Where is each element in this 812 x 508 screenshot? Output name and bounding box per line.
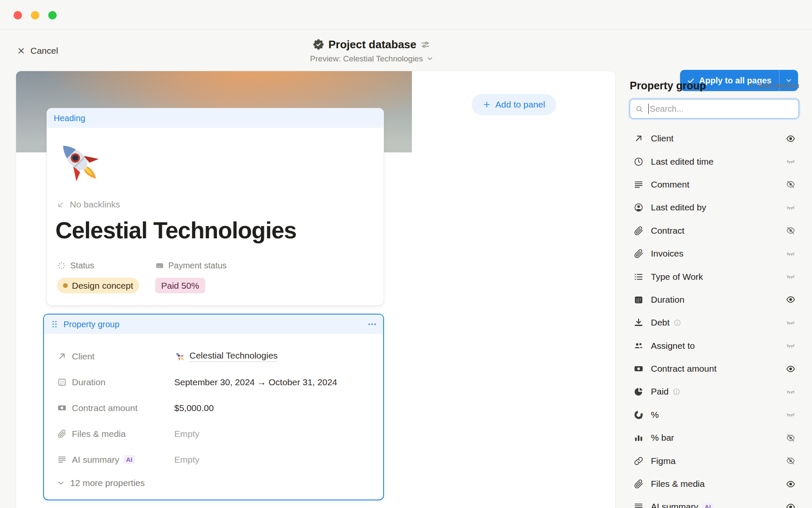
- list-icon: [634, 272, 644, 282]
- property-name: Client: [651, 133, 674, 144]
- property-name: Last edited time: [651, 157, 713, 167]
- property-row[interactable]: Files & mediaEmpty: [44, 421, 383, 447]
- page-title: Project database: [328, 38, 416, 51]
- sidebar-item-comment[interactable]: Comment: [630, 173, 799, 196]
- property-row[interactable]: Contract amount$5,000.00: [44, 395, 383, 421]
- sidebar-item-debt[interactable]: Debt: [630, 311, 799, 334]
- editor-header: Cancel Project database Preview: Celesti…: [0, 30, 812, 71]
- eye-closed-icon[interactable]: [784, 318, 797, 328]
- cancel-button[interactable]: Cancel: [17, 46, 58, 56]
- clip-icon: [634, 479, 644, 489]
- eye-closed-icon[interactable]: [784, 249, 797, 259]
- pie-icon: [634, 387, 644, 397]
- property-name: AI summary: [651, 502, 698, 508]
- preview-selector[interactable]: Preview: Celestial Technologies: [310, 54, 433, 64]
- rocket-emoji-icon: [174, 351, 185, 362]
- property-name: Figma: [651, 456, 675, 466]
- property-name: %: [651, 410, 659, 420]
- more-properties-toggle[interactable]: 12 more properties: [57, 472, 145, 494]
- eye-slash-icon[interactable]: [784, 179, 797, 189]
- preview-label: Preview: Celestial Technologies: [310, 54, 423, 64]
- plus-icon: [747, 82, 754, 89]
- eye-icon[interactable]: [784, 364, 797, 374]
- sidebar-item-contract[interactable]: Contract: [630, 219, 799, 242]
- zoom-window-button[interactable]: [48, 11, 57, 19]
- drag-handle-icon[interactable]: [50, 320, 59, 329]
- clip-icon: [634, 248, 644, 259]
- sidebar-item-assignet-to[interactable]: Assignet to: [630, 334, 799, 357]
- payment-status-pill[interactable]: Paid 50%: [155, 278, 205, 293]
- sidebar-item-bar[interactable]: % bar: [630, 426, 799, 449]
- arrow-ne-icon: [57, 351, 67, 361]
- property-name: Paid: [651, 387, 669, 397]
- search-input[interactable]: [650, 104, 793, 114]
- sliders-icon[interactable]: [421, 40, 431, 50]
- eye-slash-icon[interactable]: [784, 226, 797, 235]
- verified-badge-icon: [313, 39, 324, 50]
- sidebar-item-last-edited-time[interactable]: Last edited time: [630, 150, 799, 173]
- property-name: Type of Work: [651, 272, 703, 282]
- link-icon: [634, 456, 644, 466]
- sidebar-item-ai-summary[interactable]: AI summaryAI: [630, 495, 799, 508]
- eye-slash-icon[interactable]: [784, 456, 797, 466]
- status-pill[interactable]: Design concept: [57, 278, 139, 293]
- eye-icon[interactable]: [784, 502, 797, 508]
- eye-icon[interactable]: [784, 134, 797, 144]
- bars-icon: [634, 433, 644, 443]
- property-name: Files & media: [651, 479, 705, 489]
- property-row[interactable]: ClientCelestial Technologies: [44, 343, 383, 369]
- property-name: % bar: [651, 433, 674, 443]
- property-name: Duration: [651, 295, 684, 305]
- add-to-panel-button[interactable]: Add to panel: [472, 94, 556, 115]
- cal-o-icon: [57, 377, 67, 387]
- property-value: $5,000.00: [174, 403, 214, 413]
- property-search-box[interactable]: [630, 99, 799, 119]
- arrow-ne-icon: [634, 133, 644, 144]
- sidebar-item-figma[interactable]: Figma: [630, 449, 799, 472]
- property-value: September 30, 2024 → October 31, 2024: [174, 377, 337, 387]
- add-section-button[interactable]: Add section: [747, 81, 799, 90]
- backlinks-label: No backlinks: [70, 199, 120, 210]
- property-name: Contract amount: [651, 364, 716, 374]
- client-page-link[interactable]: Celestial Technologies: [189, 351, 278, 362]
- close-window-button[interactable]: [14, 11, 22, 19]
- property-label: Contract amount: [72, 403, 137, 413]
- sidebar-item-type-of-work[interactable]: Type of Work: [630, 265, 799, 288]
- minimize-window-button[interactable]: [31, 11, 39, 19]
- property-row[interactable]: AI summaryAIEmpty: [44, 447, 383, 472]
- sidebar-item-pct[interactable]: %: [630, 403, 799, 426]
- eye-closed-icon[interactable]: [784, 272, 797, 282]
- status-burst-icon: [57, 261, 66, 270]
- lines-icon: [634, 502, 644, 508]
- property-name: Assignet to: [651, 341, 695, 351]
- eye-closed-icon[interactable]: [784, 157, 797, 166]
- sidebar-item-last-edited-by[interactable]: Last edited by: [630, 196, 799, 219]
- sidebar-item-invoices[interactable]: Invoices: [630, 242, 799, 265]
- sidebar-item-files-media[interactable]: Files & media: [630, 472, 799, 495]
- property-group-header[interactable]: Property group: [44, 315, 383, 334]
- sidebar-item-client[interactable]: Client: [630, 127, 799, 150]
- eye-closed-icon[interactable]: [784, 410, 797, 420]
- eye-icon[interactable]: [784, 295, 797, 304]
- property-group-sidebar: Property group Add section ClientLast ed…: [630, 71, 799, 508]
- property-group-block[interactable]: Property group ClientCelestial Technolog…: [43, 314, 384, 500]
- sidebar-item-duration[interactable]: Duration: [630, 288, 799, 311]
- heading-block[interactable]: Heading No backlinks Celestial Technolog…: [47, 108, 384, 306]
- eye-icon[interactable]: [784, 479, 797, 489]
- property-label: AI summary: [72, 455, 119, 465]
- property-row[interactable]: DurationSeptember 30, 2024 → October 31,…: [44, 369, 383, 395]
- status-label: Status: [70, 261, 94, 271]
- heading-block-header[interactable]: Heading: [47, 108, 384, 128]
- sidebar-item-paid[interactable]: Paid: [630, 380, 799, 403]
- eye-closed-icon[interactable]: [784, 203, 797, 213]
- payment-status-value: Paid 50%: [161, 281, 199, 291]
- info-icon: [673, 319, 681, 327]
- eye-closed-icon[interactable]: [784, 387, 797, 397]
- people-icon: [634, 341, 644, 351]
- eye-slash-icon[interactable]: [784, 433, 797, 443]
- eye-closed-icon[interactable]: [784, 341, 797, 351]
- more-options-icon[interactable]: [367, 319, 377, 329]
- preview-page-title: Celestial Technologies: [55, 217, 296, 244]
- sidebar-item-contract-amount[interactable]: Contract amount: [630, 357, 799, 380]
- window-controls: [14, 11, 57, 19]
